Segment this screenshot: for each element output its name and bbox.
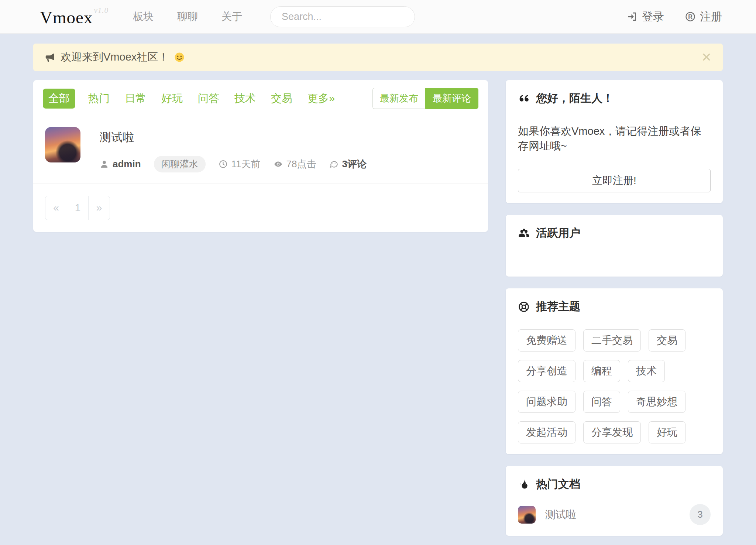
banner-close-icon[interactable]: ✕ bbox=[701, 51, 712, 64]
post-clicks: 78点击 bbox=[274, 158, 316, 171]
post-comments[interactable]: 3评论 bbox=[329, 158, 367, 171]
topic-tags: 免费赠送 二手交易 交易 分享创造 编程 技术 问题求助 问答 奇思妙想 发起活… bbox=[518, 329, 711, 443]
post-comments-label: 3评论 bbox=[342, 158, 367, 171]
topic-tag-programming[interactable]: 编程 bbox=[583, 360, 620, 382]
pagination-group: « 1 » bbox=[45, 196, 110, 220]
topic-tag-qa[interactable]: 问答 bbox=[583, 391, 620, 413]
tab-fun[interactable]: 好玩 bbox=[161, 91, 183, 106]
login-label: 登录 bbox=[642, 9, 664, 24]
register-label: 注册 bbox=[700, 9, 722, 24]
pagination-next-button[interactable]: » bbox=[88, 196, 110, 220]
life-ring-icon bbox=[518, 301, 530, 313]
sort-newest-button[interactable]: 最新发布 bbox=[372, 88, 425, 109]
register-now-button[interactable]: 立即注册! bbox=[518, 169, 711, 192]
page-content: 全部 热门 日常 好玩 问答 技术 交易 更多» 最新发布 最新评论 测试啦 bbox=[33, 80, 723, 545]
search-box bbox=[270, 6, 415, 27]
category-tabs: 全部 热门 日常 好玩 问答 技术 交易 更多» bbox=[43, 89, 350, 109]
topic-tag-secondhand[interactable]: 二手交易 bbox=[583, 329, 641, 352]
hot-doc-title-link[interactable]: 测试啦 bbox=[545, 508, 576, 522]
tab-daily[interactable]: 日常 bbox=[125, 91, 146, 106]
quote-icon bbox=[518, 93, 530, 104]
sort-latest-comments-button[interactable]: 最新评论 bbox=[425, 88, 478, 109]
recommended-topics-card: 推荐主题 免费赠送 二手交易 交易 分享创造 编程 技术 问题求助 问答 奇思妙… bbox=[506, 288, 723, 454]
post-body: 测试啦 admin 闲聊灌水 11天前 78点击 bbox=[100, 127, 476, 172]
post-author-name: admin bbox=[113, 158, 141, 170]
post-time-label: 11天前 bbox=[231, 158, 261, 171]
nav-link-chat[interactable]: 聊聊 bbox=[177, 10, 198, 24]
topic-list-card: 全部 热门 日常 好玩 问答 技术 交易 更多» 最新发布 最新评论 测试啦 bbox=[33, 80, 488, 232]
smiley-emoji-icon bbox=[174, 52, 185, 63]
clock-icon bbox=[219, 160, 228, 169]
pagination-prev-button[interactable]: « bbox=[45, 196, 67, 220]
welcome-card: 您好，陌生人！ 如果你喜欢Vmoex，请记得注册或者保存网址哦~ 立即注册! bbox=[506, 80, 723, 203]
topic-tag-share-create[interactable]: 分享创造 bbox=[518, 360, 575, 382]
post-clicks-label: 78点击 bbox=[286, 158, 316, 171]
hot-doc-count-badge: 3 bbox=[690, 504, 711, 525]
topic-tag-events[interactable]: 发起活动 bbox=[518, 421, 575, 443]
user-icon bbox=[100, 160, 109, 169]
welcome-card-title: 您好，陌生人！ bbox=[536, 91, 614, 106]
post-category-tag[interactable]: 闲聊灌水 bbox=[154, 156, 206, 172]
svg-text:R: R bbox=[688, 13, 693, 20]
tab-qa[interactable]: 问答 bbox=[198, 91, 219, 106]
active-users-card: 活跃用户 bbox=[506, 215, 723, 277]
navbar: Vmoexv1.0 板块 聊聊 关于 登录 R 注册 bbox=[0, 0, 756, 34]
welcome-card-text: 如果你喜欢Vmoex，请记得注册或者保存网址哦~ bbox=[518, 124, 711, 154]
pagination: « 1 » bbox=[33, 184, 488, 232]
topic-tag-tech[interactable]: 技术 bbox=[628, 360, 665, 382]
search-input[interactable] bbox=[271, 7, 415, 27]
post-meta: admin 闲聊灌水 11天前 78点击 3评论 bbox=[100, 156, 476, 172]
login-link[interactable]: 登录 bbox=[627, 9, 664, 24]
hot-doc-item[interactable]: 测试啦 3 bbox=[518, 504, 711, 525]
nav-link-boards[interactable]: 板块 bbox=[133, 10, 154, 24]
welcome-card-header: 您好，陌生人！ bbox=[518, 91, 711, 106]
fire-icon bbox=[518, 479, 530, 490]
post-author[interactable]: admin bbox=[100, 158, 141, 170]
tab-more[interactable]: 更多» bbox=[307, 91, 335, 106]
nav-links: 板块 聊聊 关于 bbox=[133, 10, 242, 24]
sidebar: 您好，陌生人！ 如果你喜欢Vmoex，请记得注册或者保存网址哦~ 立即注册! 活… bbox=[506, 80, 723, 545]
welcome-banner: 欢迎来到Vmoex社区！ ✕ bbox=[33, 44, 723, 71]
register-icon: R bbox=[685, 11, 696, 22]
post-title-link[interactable]: 测试啦 bbox=[100, 130, 134, 145]
hot-docs-title: 热门文档 bbox=[536, 477, 580, 492]
active-users-title: 活跃用户 bbox=[536, 226, 580, 241]
nav-link-about[interactable]: 关于 bbox=[221, 10, 242, 24]
logo[interactable]: Vmoexv1.0 bbox=[40, 6, 109, 27]
post-time: 11天前 bbox=[219, 158, 261, 171]
hot-doc-avatar bbox=[518, 506, 536, 524]
comment-bubble-icon bbox=[329, 160, 339, 169]
active-users-empty-body bbox=[518, 241, 711, 266]
login-icon bbox=[627, 11, 638, 22]
hot-docs-card: 热门文档 测试啦 3 bbox=[506, 466, 723, 536]
topic-tag-free[interactable]: 免费赠送 bbox=[518, 329, 575, 352]
topic-tag-fun[interactable]: 好玩 bbox=[649, 421, 685, 443]
tab-tech[interactable]: 技术 bbox=[234, 91, 256, 106]
topic-list-item[interactable]: 测试啦 admin 闲聊灌水 11天前 78点击 bbox=[33, 117, 488, 184]
megaphone-icon bbox=[44, 52, 55, 63]
post-author-avatar[interactable] bbox=[45, 127, 80, 162]
tab-trade[interactable]: 交易 bbox=[271, 91, 292, 106]
recommended-topics-title: 推荐主题 bbox=[536, 299, 580, 314]
sort-button-group: 最新发布 最新评论 bbox=[372, 88, 478, 109]
register-link[interactable]: R 注册 bbox=[685, 9, 722, 24]
banner-text: 欢迎来到Vmoex社区！ bbox=[61, 50, 169, 65]
tab-all[interactable]: 全部 bbox=[43, 89, 75, 109]
topic-tag-ideas[interactable]: 奇思妙想 bbox=[628, 391, 685, 413]
eye-icon bbox=[274, 160, 283, 169]
topic-tag-help[interactable]: 问题求助 bbox=[518, 391, 575, 413]
pagination-page-1[interactable]: 1 bbox=[67, 196, 88, 220]
tab-hot[interactable]: 热门 bbox=[88, 91, 110, 106]
version-label: v1.0 bbox=[94, 6, 109, 15]
active-users-header: 活跃用户 bbox=[518, 226, 711, 241]
navbar-auth: 登录 R 注册 bbox=[627, 9, 722, 24]
topic-tag-trade[interactable]: 交易 bbox=[649, 329, 685, 352]
topic-filter-bar: 全部 热门 日常 好玩 问答 技术 交易 更多» 最新发布 最新评论 bbox=[33, 80, 488, 117]
hot-docs-header: 热门文档 bbox=[518, 477, 711, 492]
topic-tag-share-discover[interactable]: 分享发现 bbox=[583, 421, 641, 443]
recommended-topics-header: 推荐主题 bbox=[518, 299, 711, 314]
users-icon bbox=[518, 227, 530, 239]
logo-text: Vmoex bbox=[40, 8, 93, 27]
